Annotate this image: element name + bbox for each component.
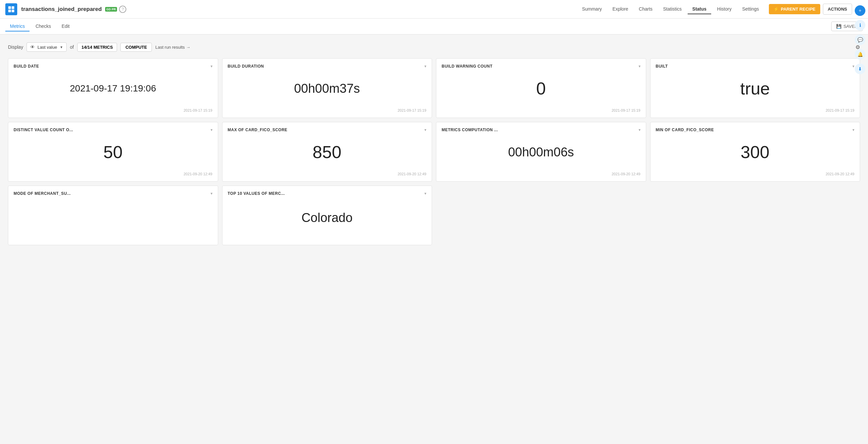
nav-status[interactable]: Status — [688, 4, 711, 14]
main-nav: Summary Explore Charts Statistics Status… — [577, 4, 764, 14]
svg-rect-3 — [11, 10, 14, 12]
metric-menu-top10-values[interactable]: ▾ — [424, 191, 426, 196]
nav-settings[interactable]: Settings — [737, 4, 764, 14]
metric-menu-distinct-value-count[interactable]: ▾ — [211, 128, 213, 132]
metric-value-build-warning-count: 0 — [442, 71, 641, 106]
info-icon[interactable]: ? — [119, 6, 126, 13]
metric-menu-metrics-computation[interactable]: ▾ — [639, 128, 641, 132]
metric-card-min-fico: MIN OF CARD_FICO_SCORE ▾ 300 2021-09-20 … — [650, 122, 860, 181]
svg-rect-1 — [11, 6, 14, 9]
metric-value-top10-values: Colorado — [228, 199, 427, 237]
compute-button[interactable]: COMPUTE — [120, 43, 152, 52]
metrics-count-button[interactable]: 14/14 METRICS — [77, 43, 117, 52]
last-run-label: Last run results → — [155, 45, 190, 50]
metric-value-build-duration: 00h00m37s — [228, 71, 427, 106]
tab-edit[interactable]: Edit — [57, 22, 74, 32]
tab-checks[interactable]: Checks — [31, 22, 56, 32]
metric-card-build-date: BUILD DATE ▾ 2021-09-17 19:19:06 2021-09… — [8, 58, 218, 118]
display-select: Last value — [37, 45, 57, 50]
metric-title-max-fico: MAX OF CARD_FICO_SCORE — [228, 128, 287, 132]
metric-timestamp-built: 2021-09-17 15:19 — [656, 108, 855, 112]
sidebar-chat-icon[interactable]: 💬 — [855, 34, 865, 45]
svg-rect-2 — [8, 10, 11, 12]
lightning-icon: ⚡ — [774, 7, 779, 11]
metric-value-mode-merchant — [13, 199, 213, 237]
metric-title-build-duration: BUILD DURATION — [228, 64, 264, 69]
metric-title-metrics-computation: METRICS COMPUTATION ... — [442, 128, 498, 132]
metric-value-max-fico: 850 — [228, 135, 427, 169]
sub-nav: Metrics Checks Edit 💾 SAVED — [0, 19, 868, 34]
main-content: Display 👁 Last value ▼ of 14/14 METRICS … — [0, 34, 868, 253]
save-icon: 💾 — [836, 24, 841, 29]
metric-title-build-date: BUILD DATE — [13, 64, 39, 69]
metric-value-metrics-computation: 00h00m06s — [442, 135, 641, 169]
metric-timestamp-max-fico: 2021-09-20 12:49 — [228, 172, 427, 176]
metric-timestamp-build-warning-count: 2021-09-17 15:19 — [442, 108, 641, 112]
app-icon — [5, 3, 17, 15]
last-run-arrow-icon: → — [186, 45, 190, 50]
eye-icon: 👁 — [30, 44, 35, 50]
chevron-down-icon: ▼ — [60, 45, 63, 49]
nav-statistics[interactable]: Statistics — [658, 4, 686, 14]
metric-title-top10-values: TOP 10 VALUES OF MERC... — [228, 191, 285, 196]
nav-history[interactable]: History — [713, 4, 736, 14]
sidebar-download-icon[interactable]: ⬇ — [855, 64, 865, 74]
display-toolbar: Display 👁 Last value ▼ of 14/14 METRICS … — [8, 42, 860, 52]
metric-title-build-warning-count: BUILD WARNING COUNT — [442, 64, 493, 69]
top-bar: transactions_joined_prepared GD PR ? Sum… — [0, 0, 868, 19]
parent-recipe-button[interactable]: ⚡ PARENT RECIPE — [769, 4, 820, 14]
metric-card-max-fico: MAX OF CARD_FICO_SCORE ▾ 850 2021-09-20 … — [222, 122, 432, 181]
metric-title-built: BUILT — [656, 64, 668, 69]
display-label: Display — [8, 44, 23, 50]
metric-menu-build-warning-count[interactable]: ▾ — [639, 64, 641, 69]
actions-button[interactable]: ACTIONS — [823, 4, 852, 14]
metric-timestamp-build-date: 2021-09-17 15:19 — [13, 108, 213, 112]
metric-value-min-fico: 300 — [656, 135, 855, 169]
svg-rect-0 — [8, 6, 11, 9]
metric-menu-build-duration[interactable]: ▾ — [424, 64, 426, 69]
metric-menu-max-fico[interactable]: ▾ — [424, 128, 426, 132]
gdpr-badge: GD PR — [105, 7, 117, 11]
metric-card-build-warning-count: BUILD WARNING COUNT ▾ 0 2021-09-17 15:19 — [436, 58, 646, 118]
metric-menu-build-date[interactable]: ▾ — [211, 64, 213, 69]
metric-timestamp-build-duration: 2021-09-17 15:19 — [228, 108, 427, 112]
metric-card-distinct-value-count: DISTINCT VALUE COUNT O... ▾ 50 2021-09-2… — [8, 122, 218, 181]
metric-card-built: BUILT ▾ true 2021-09-17 15:19 — [650, 58, 860, 118]
nav-explore[interactable]: Explore — [608, 4, 632, 14]
metric-card-top10-values: TOP 10 VALUES OF MERC... ▾ Colorado — [222, 185, 432, 245]
metric-value-built: true — [656, 71, 855, 106]
nav-charts[interactable]: Charts — [634, 4, 657, 14]
metric-value-distinct-value-count: 50 — [13, 135, 213, 169]
sidebar-info-icon[interactable]: ℹ — [855, 20, 865, 31]
metric-value-build-date: 2021-09-17 19:19:06 — [13, 71, 213, 106]
metric-timestamp-distinct-value-count: 2021-09-20 12:49 — [13, 172, 213, 176]
nav-summary[interactable]: Summary — [577, 4, 607, 14]
metric-title-min-fico: MIN OF CARD_FICO_SCORE — [656, 128, 714, 132]
of-text: of — [70, 44, 74, 50]
display-select-wrap[interactable]: 👁 Last value ▼ — [27, 42, 67, 52]
metric-title-distinct-value-count: DISTINCT VALUE COUNT O... — [13, 128, 73, 132]
metric-card-mode-merchant: MODE OF MERCHANT_SU... ▾ — [8, 185, 218, 245]
tab-metrics[interactable]: Metrics — [5, 22, 30, 32]
metric-timestamp-metrics-computation: 2021-09-20 12:49 — [442, 172, 641, 176]
metric-card-build-duration: BUILD DURATION ▾ 00h00m37s 2021-09-17 15… — [222, 58, 432, 118]
metric-card-metrics-computation: METRICS COMPUTATION ... ▾ 00h00m06s 2021… — [436, 122, 646, 181]
metrics-grid: BUILD DATE ▾ 2021-09-17 19:19:06 2021-09… — [8, 58, 860, 245]
metric-timestamp-min-fico: 2021-09-20 12:49 — [656, 172, 855, 176]
dataset-name: transactions_joined_prepared — [21, 6, 102, 12]
sidebar-add-icon[interactable]: ＋ — [855, 5, 865, 16]
sidebar-notification-icon[interactable]: 🔔 — [855, 49, 865, 60]
metric-title-mode-merchant: MODE OF MERCHANT_SU... — [13, 191, 71, 196]
right-sidebar: ＋ ℹ 💬 🔔 ⬇ — [852, 0, 868, 253]
metric-menu-mode-merchant[interactable]: ▾ — [211, 191, 213, 196]
